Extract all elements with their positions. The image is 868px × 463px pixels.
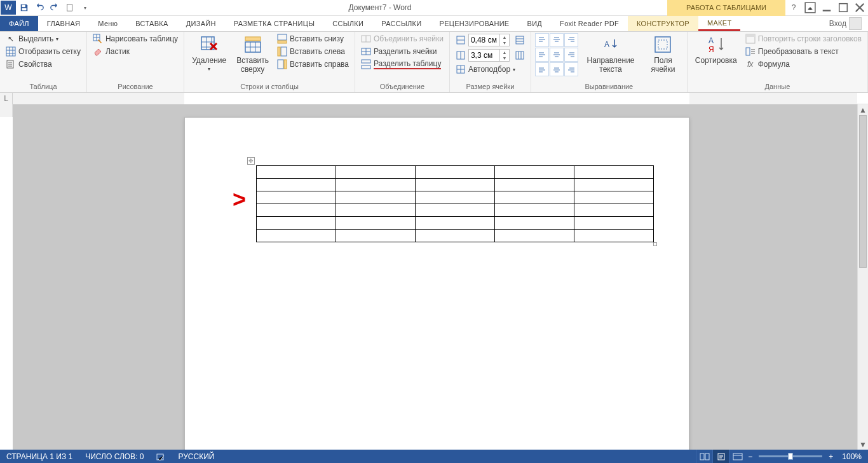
insert-right-button[interactable]: Вставить справа xyxy=(275,59,351,70)
status-language[interactable]: РУССКИЙ xyxy=(172,450,220,463)
draw-table-button[interactable]: Нарисовать таблицу xyxy=(91,33,180,45)
view-print[interactable] xyxy=(712,450,729,463)
delete-button[interactable]: Удаление▾ xyxy=(188,33,230,73)
zoom-level[interactable]: 100% xyxy=(836,450,868,463)
qat-more-button[interactable]: ▾ xyxy=(78,1,92,15)
maximize-button[interactable] xyxy=(836,1,850,15)
tab-home[interactable]: ГЛАВНАЯ xyxy=(38,16,90,31)
sort-button[interactable]: АЯСортировка xyxy=(691,33,741,66)
align-tl[interactable] xyxy=(535,33,549,47)
alignment-grid xyxy=(535,33,578,76)
tab-page-layout[interactable]: РАЗМЕТКА СТРАНИЦЫ xyxy=(225,16,324,31)
svg-rect-28 xyxy=(658,40,667,49)
horizontal-ruler[interactable]: L xyxy=(0,93,868,104)
tab-menu[interactable]: Меню xyxy=(89,16,126,31)
convert-button[interactable]: Преобразовать в текст xyxy=(743,46,864,57)
tab-file[interactable]: ФАЙЛ xyxy=(0,16,38,31)
save-button[interactable] xyxy=(17,1,31,15)
svg-rect-38 xyxy=(733,453,742,460)
align-mc[interactable] xyxy=(550,48,564,62)
group-draw-label: Рисование xyxy=(91,83,180,91)
gridlines-button[interactable]: Отобразить сетку xyxy=(4,46,83,57)
zoom-in[interactable]: + xyxy=(826,450,836,463)
svg-rect-35 xyxy=(700,453,704,460)
cursor-icon: ↖ xyxy=(6,34,16,44)
ribbon-options-button[interactable] xyxy=(803,1,817,15)
group-align-label: Выравнивание xyxy=(535,83,683,91)
width-up[interactable]: ▲ xyxy=(500,50,509,55)
align-bc[interactable] xyxy=(550,62,564,76)
distribute-cols-icon[interactable] xyxy=(515,50,525,60)
insert-below-button[interactable]: Вставить снизу xyxy=(275,33,351,45)
height-input[interactable] xyxy=(469,36,499,45)
row-height-field[interactable]: ▲▼ xyxy=(454,33,527,47)
zoom-slider[interactable] xyxy=(759,455,822,457)
login-link[interactable]: Вход xyxy=(823,16,868,31)
align-tr[interactable] xyxy=(564,33,578,47)
redo-button[interactable] xyxy=(48,1,62,15)
zoom-out[interactable]: − xyxy=(745,450,755,463)
height-up[interactable]: ▲ xyxy=(500,34,509,40)
align-mr[interactable] xyxy=(564,48,578,62)
table-move-handle[interactable]: ✥ xyxy=(247,157,255,165)
svg-text:A: A xyxy=(604,40,609,49)
table-resize-handle[interactable] xyxy=(653,242,657,246)
split-cells-button[interactable]: Разделить ячейки xyxy=(359,46,445,57)
text-direction-button[interactable]: AНаправление текста xyxy=(581,33,641,75)
align-bl[interactable] xyxy=(535,62,549,76)
scroll-up[interactable]: ▲ xyxy=(858,104,868,115)
vertical-ruler[interactable] xyxy=(0,104,13,450)
insert-above-button[interactable]: Вставить сверху xyxy=(233,33,273,75)
autofit-button[interactable]: Автоподбор ▾ xyxy=(454,64,527,75)
cell-margins-button[interactable]: Поля ячейки xyxy=(643,33,683,75)
view-read[interactable] xyxy=(696,450,712,463)
status-words[interactable]: ЧИСЛО СЛОВ: 0 xyxy=(79,450,150,463)
view-web[interactable] xyxy=(729,450,745,463)
tab-table-layout[interactable]: МАКЕТ xyxy=(698,16,740,31)
sort-icon: АЯ xyxy=(706,34,726,55)
app-icon: W xyxy=(1,1,16,15)
tab-table-design[interactable]: КОНСТРУКТОР xyxy=(628,16,698,31)
merge-icon xyxy=(361,34,371,44)
width-down[interactable]: ▼ xyxy=(500,55,509,61)
scroll-thumb[interactable] xyxy=(859,115,867,268)
minimize-button[interactable] xyxy=(820,1,834,15)
insert-left-button[interactable]: Вставить слева xyxy=(275,46,351,57)
col-width-field[interactable]: ▲▼ xyxy=(454,48,527,62)
tab-references[interactable]: ССЫЛКИ xyxy=(323,16,372,31)
split-table-button[interactable]: Разделить таблицу xyxy=(359,59,445,70)
document-table[interactable] xyxy=(256,165,654,242)
tab-view[interactable]: ВИД xyxy=(519,16,552,31)
tab-insert[interactable]: ВСТАВКА xyxy=(126,16,177,31)
insert-above-icon xyxy=(243,34,263,55)
properties-button[interactable]: Свойства xyxy=(4,59,83,70)
document-area[interactable]: ✥ > xyxy=(13,104,857,450)
align-br[interactable] xyxy=(564,62,578,76)
merge-cells-button[interactable]: Объединить ячейки xyxy=(359,33,445,45)
ruler-corner[interactable]: L xyxy=(0,93,13,104)
text-direction-icon: A xyxy=(600,34,621,55)
distribute-rows-icon[interactable] xyxy=(515,35,525,45)
align-tc[interactable] xyxy=(550,33,564,47)
help-button[interactable]: ? xyxy=(787,1,801,15)
width-icon xyxy=(456,50,466,60)
annotation-arrow: > xyxy=(233,186,246,213)
close-button[interactable] xyxy=(853,1,867,15)
scroll-down[interactable]: ▼ xyxy=(858,439,868,450)
status-proofing[interactable] xyxy=(150,450,172,463)
repeat-headers-button[interactable]: Повторить строки заголовков xyxy=(743,33,864,45)
eraser-button[interactable]: Ластик xyxy=(91,46,180,57)
width-input[interactable] xyxy=(469,51,499,60)
status-page[interactable]: СТРАНИЦА 1 ИЗ 1 xyxy=(0,450,79,463)
height-down[interactable]: ▼ xyxy=(500,40,509,46)
tab-foxit[interactable]: Foxit Reader PDF xyxy=(551,16,628,31)
select-button[interactable]: ↖Выделить ▾ xyxy=(4,33,83,45)
tab-mailings[interactable]: РАССЫЛКИ xyxy=(372,16,430,31)
undo-button[interactable] xyxy=(32,1,46,15)
tab-review[interactable]: РЕЦЕНЗИРОВАНИЕ xyxy=(431,16,519,31)
new-doc-button[interactable] xyxy=(63,1,77,15)
tab-design[interactable]: ДИЗАЙН xyxy=(177,16,225,31)
align-ml[interactable] xyxy=(535,48,549,62)
formula-button[interactable]: fxФормула xyxy=(743,59,864,70)
vertical-scrollbar[interactable]: ▲ ▼ xyxy=(857,104,868,450)
